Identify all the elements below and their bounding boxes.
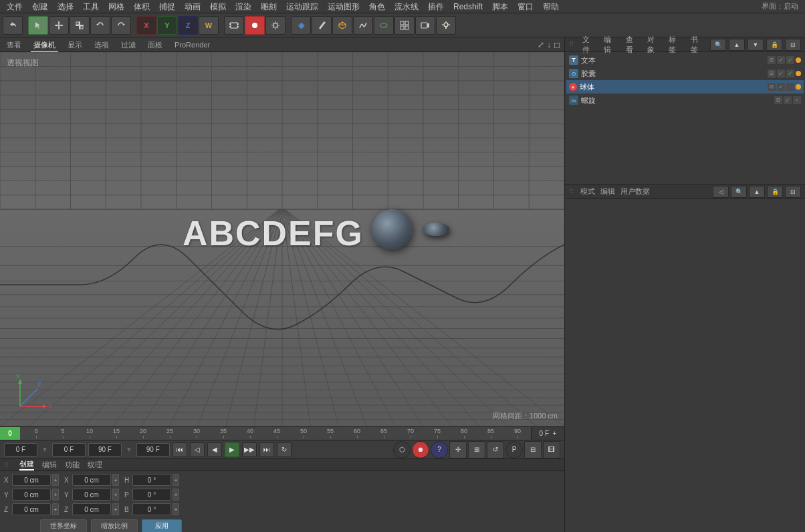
- coord-x-world[interactable]: [72, 474, 111, 486]
- coord-z-world[interactable]: [72, 503, 111, 515]
- vis-eye-icon[interactable]: ✓: [777, 56, 785, 64]
- obj-tab-tag[interactable]: 标签: [667, 35, 683, 55]
- menu-mesh[interactable]: 网格: [104, 0, 128, 13]
- coord-x-local[interactable]: [12, 474, 51, 486]
- coord-x-spinner[interactable]: +: [52, 474, 59, 486]
- playback-prev-frame[interactable]: ◁: [190, 442, 205, 457]
- vp-tab-options[interactable]: 选项: [92, 37, 112, 52]
- coord-y-world-spinner[interactable]: +: [112, 489, 119, 501]
- obj-tab-view[interactable]: 查看: [624, 35, 640, 55]
- toolbar-pen[interactable]: [312, 16, 332, 35]
- menu-render[interactable]: 渲染: [231, 0, 255, 13]
- vis-render-icon[interactable]: ✓: [786, 56, 794, 64]
- toolbar-camera-icon[interactable]: [415, 16, 435, 35]
- vp-tab-filter[interactable]: 过滤: [118, 37, 138, 52]
- playback-icon-rotate-anim[interactable]: ↺: [487, 441, 504, 458]
- menu-plugins[interactable]: 插件: [424, 0, 448, 13]
- vis-render-icon-cap[interactable]: ✓: [786, 70, 794, 78]
- coord-y-world[interactable]: [72, 489, 111, 501]
- playback-icon-key[interactable]: ⬡: [393, 441, 411, 458]
- menu-character[interactable]: 角色: [365, 0, 389, 13]
- toolbar-light[interactable]: [436, 16, 456, 35]
- menu-snap[interactable]: 捕捉: [155, 0, 179, 13]
- attr-tab-edit[interactable]: 编辑: [600, 186, 615, 196]
- playback-icon-move-crosshair[interactable]: ✛: [449, 441, 467, 458]
- menu-pipeline[interactable]: 流水线: [390, 0, 423, 13]
- apply-button[interactable]: 应用: [142, 519, 182, 532]
- playback-icon-p[interactable]: P: [505, 441, 523, 458]
- menu-sculpt[interactable]: 雕刻: [257, 0, 281, 13]
- toolbar-coord-z[interactable]: Z: [178, 16, 198, 35]
- current-frame-input[interactable]: [4, 443, 37, 456]
- coord-b[interactable]: [132, 503, 171, 515]
- menu-select[interactable]: 选择: [53, 0, 78, 13]
- obj-up-icon[interactable]: ▲: [729, 39, 745, 51]
- bl-tab-texture[interactable]: 纹理: [88, 460, 102, 470]
- attr-lock-icon2[interactable]: 🔒: [767, 186, 783, 198]
- coord-z-spinner[interactable]: +: [52, 503, 59, 515]
- toolbar-deformer[interactable]: [374, 16, 394, 35]
- playback-loop[interactable]: ↻: [277, 442, 292, 457]
- playback-prev-key[interactable]: ◀: [207, 442, 222, 457]
- obj-tab-file[interactable]: 文件: [580, 35, 596, 55]
- end-frame-alt-input[interactable]: [136, 443, 170, 456]
- vis-layer-icon-sph[interactable]: ⊡: [768, 83, 776, 91]
- viewport-icon-down[interactable]: ↓: [547, 40, 551, 49]
- timeline-ruler[interactable]: 0 5 10 15 20 25 30 35 40 45 50 55 60 65 …: [20, 427, 531, 440]
- vis-render-icon-hel[interactable]: ✓: [793, 96, 801, 104]
- toolbar-move[interactable]: [49, 16, 69, 35]
- vp-tab-display[interactable]: 显示: [65, 37, 85, 52]
- toolbar-record[interactable]: [245, 16, 265, 35]
- toolbar-coord-x[interactable]: X: [136, 16, 156, 35]
- toolbar-rotate-right[interactable]: [111, 16, 131, 35]
- vis-eye-icon-cap[interactable]: ✓: [777, 70, 785, 78]
- coord-p-spinner[interactable]: +: [172, 489, 179, 501]
- obj-tab-object[interactable]: 对象: [645, 35, 661, 55]
- toolbar-gear[interactable]: [265, 16, 285, 35]
- coord-y-local[interactable]: [12, 489, 51, 501]
- playback-icon-grid[interactable]: ⊟: [524, 441, 542, 458]
- coord-x-world-spinner[interactable]: +: [112, 474, 119, 486]
- toolbar-rotate-left[interactable]: [90, 16, 110, 35]
- playback-go-start[interactable]: ⏮: [172, 442, 187, 457]
- viewport-icon-lock[interactable]: ◻: [554, 40, 560, 49]
- coord-z-world-spinner[interactable]: +: [112, 503, 119, 515]
- toolbar-spline[interactable]: [353, 16, 373, 35]
- playback-icon-film-strip[interactable]: 🎞: [543, 441, 560, 458]
- coord-p[interactable]: [132, 489, 171, 501]
- bl-tab-edit[interactable]: 编辑: [42, 460, 57, 470]
- obj-down-icon[interactable]: ▼: [748, 39, 764, 51]
- playback-icon-record[interactable]: ⏺: [412, 441, 429, 458]
- obj-tab-bookmark[interactable]: 书签: [689, 35, 705, 55]
- menu-file[interactable]: 文件: [3, 0, 27, 13]
- bl-tab-function[interactable]: 功能: [65, 460, 80, 470]
- toolbar-cube[interactable]: [332, 16, 352, 35]
- menu-script[interactable]: 脚本: [488, 0, 512, 13]
- toolbar-undo[interactable]: [3, 16, 23, 35]
- attr-search-icon[interactable]: 🔍: [731, 186, 747, 198]
- menu-window[interactable]: 窗口: [513, 0, 538, 13]
- obj-tab-edit[interactable]: 编辑: [602, 35, 618, 55]
- menu-animate[interactable]: 动画: [181, 0, 205, 13]
- coord-z-local[interactable]: [12, 503, 51, 515]
- coord-y-spinner[interactable]: +: [52, 489, 59, 501]
- attr-tab-mode[interactable]: 模式: [580, 186, 595, 196]
- attr-tab-user[interactable]: 用户数据: [620, 186, 650, 196]
- obj-lock-icon[interactable]: 🔒: [766, 39, 782, 51]
- obj-row-capsule[interactable]: ⊙ 胶囊 ⊡ ✓ ✓: [566, 67, 804, 80]
- toolbar-scale[interactable]: [70, 16, 90, 35]
- attr-layout-icon2[interactable]: ⊟: [785, 186, 801, 198]
- toolbar-grid-view[interactable]: [394, 16, 415, 35]
- vis-render-icon-sph[interactable]: -: [786, 83, 794, 91]
- playback-next-frame[interactable]: ⏭: [259, 442, 274, 457]
- menu-motion-graphics[interactable]: 运动图形: [324, 0, 364, 13]
- attr-left-icon[interactable]: ◁: [713, 186, 729, 198]
- attr-up-icon2[interactable]: ▲: [749, 186, 765, 198]
- obj-layout-icon[interactable]: ⊟: [785, 39, 801, 51]
- obj-row-helix[interactable]: ∞ 螺旋 ⊡ ✓ ✓: [566, 94, 804, 107]
- coord-h[interactable]: [132, 474, 171, 486]
- playback-play[interactable]: ▶: [225, 442, 239, 457]
- menu-tools[interactable]: 工具: [79, 0, 103, 13]
- vis-eye-icon-hel[interactable]: ✓: [784, 96, 792, 104]
- current-frame-alt-input[interactable]: [52, 443, 86, 456]
